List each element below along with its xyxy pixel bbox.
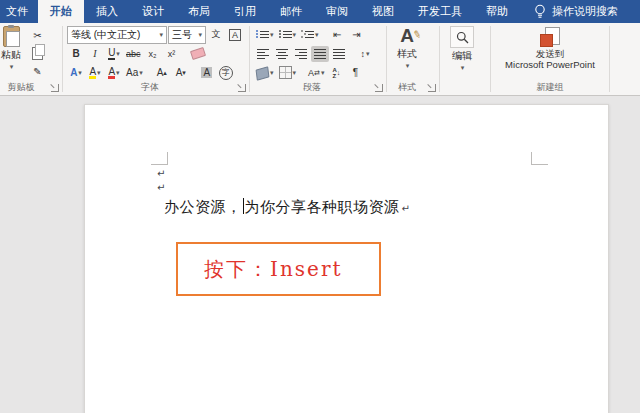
bullets-button[interactable]: ▾	[254, 27, 276, 43]
paragraph-mark: ↵	[157, 183, 165, 193]
search-icon	[456, 31, 469, 44]
numbering-button[interactable]: ▾	[277, 27, 299, 43]
font-size-combobox[interactable]: 三号 ▾	[168, 26, 206, 44]
shading-button[interactable]: ▾	[254, 65, 276, 81]
chevron-down-icon: ▾	[270, 31, 274, 38]
word-window: 文件 开始 插入 设计 布局 引用 邮件 审阅 视图 开发工具 帮助 操作说明搜…	[0, 0, 640, 413]
group-divider	[609, 26, 610, 92]
paragraph-mark: ↵	[157, 169, 165, 179]
align-right-button[interactable]	[292, 46, 310, 62]
superscript-button[interactable]: x²	[163, 46, 181, 62]
copy-icon	[32, 47, 43, 60]
increase-indent-icon: ⇥	[352, 29, 360, 40]
align-center-button[interactable]	[273, 46, 291, 62]
shrink-font-label: A	[176, 67, 183, 78]
new-group-label: 新建组	[491, 81, 609, 94]
tab-home[interactable]: 开始	[38, 0, 84, 23]
line-spacing-button[interactable]: ↕▾	[356, 46, 374, 62]
grow-font-button[interactable]: A▴	[153, 65, 171, 81]
font-group-label: 字体	[63, 81, 237, 94]
tell-me-search[interactable]: 操作说明搜索	[534, 0, 618, 23]
cut-button[interactable]: ✂	[28, 27, 47, 43]
format-painter-button[interactable]: ✎	[28, 63, 47, 79]
chevron-down-icon: ▾	[461, 64, 465, 71]
borders-button[interactable]: ▾	[277, 65, 299, 81]
text-after-cursor: 为你分享各种职场资源	[245, 198, 400, 215]
chevron-down-icon: ▾	[315, 31, 319, 38]
paste-clipboard-icon	[3, 26, 20, 47]
tab-view[interactable]: 视图	[360, 0, 406, 23]
chevron-down-icon: ▾	[293, 69, 297, 76]
tab-insert[interactable]: 插入	[84, 0, 130, 23]
change-case-button[interactable]: Aa▾	[124, 65, 145, 81]
tab-layout[interactable]: 布局	[176, 0, 222, 23]
ribbon-tab-bar: 文件 开始 插入 设计 布局 引用 邮件 审阅 视图 开发工具 帮助 操作说明搜…	[0, 0, 640, 23]
insert-callout-text: 按下：Insert	[204, 256, 342, 283]
document-page[interactable]: ↵ ↵ 办公资源，为你分享各种职场资源↵ 按下：Insert	[84, 104, 609, 413]
distribute-icon	[333, 49, 345, 59]
font-dialog-launcher-icon[interactable]	[238, 84, 246, 92]
font-name-value: 等线 (中文正文)	[71, 28, 140, 42]
insert-callout-box[interactable]: 按下：Insert	[176, 242, 381, 296]
enclose-characters-icon: 字	[219, 66, 233, 80]
decrease-indent-button[interactable]: ⇤	[329, 27, 347, 43]
tab-file[interactable]: 文件	[0, 0, 38, 23]
copy-button[interactable]	[28, 45, 47, 61]
clipboard-dialog-launcher-icon[interactable]	[51, 84, 59, 92]
ribbon: 粘贴 ▾ ✂ ✎ 剪贴板 等线 (中文正文) ▾ 三号	[0, 23, 640, 96]
chevron-down-icon: ▾	[10, 63, 14, 70]
editing-button-label: 编辑	[452, 49, 472, 63]
scissors-icon: ✂	[33, 30, 41, 41]
tab-design[interactable]: 设计	[130, 0, 176, 23]
show-hide-marks-button[interactable]: ¶	[346, 65, 364, 81]
enclose-characters-button[interactable]: 字	[217, 65, 235, 81]
tab-developer[interactable]: 开发工具	[406, 0, 474, 23]
tab-review[interactable]: 审阅	[314, 0, 360, 23]
send-to-powerpoint-button[interactable]: 发送到 Microsoft PowerPoint	[499, 26, 601, 70]
document-workspace: ↵ ↵ 办公资源，为你分享各种职场资源↵ 按下：Insert	[0, 96, 640, 413]
align-left-button[interactable]	[254, 46, 272, 62]
clipboard-group: 粘贴 ▾ ✂ ✎ 剪贴板	[0, 23, 62, 95]
strikethrough-button[interactable]: abc	[124, 46, 143, 62]
paragraph-dialog-launcher-icon[interactable]	[375, 84, 383, 92]
tab-references[interactable]: 引用	[222, 0, 268, 23]
clear-formatting-button[interactable]	[189, 46, 207, 62]
font-color-button[interactable]: A▾	[105, 65, 123, 81]
chevron-down-icon: ▾	[198, 31, 202, 38]
asian-layout-button[interactable]: A⇄▾	[306, 65, 326, 81]
chevron-down-icon: ▾	[406, 62, 410, 69]
character-shading-button[interactable]: A	[198, 65, 216, 81]
distribute-button[interactable]	[330, 46, 348, 62]
editing-button[interactable]: 编辑 ▾	[444, 26, 480, 71]
styles-icon: A✎	[400, 26, 414, 46]
highlight-color-button[interactable]: A▾	[86, 65, 104, 81]
eraser-icon	[189, 47, 205, 60]
styles-button[interactable]: A✎ 样式 ▾	[391, 26, 423, 69]
text-effects-button[interactable]: A▾	[67, 65, 85, 81]
down-arrow-icon: ▾	[182, 69, 186, 76]
underline-button[interactable]: U▾	[105, 46, 123, 62]
paint-bucket-icon	[256, 66, 270, 80]
sort-button[interactable]: AZ↓	[327, 65, 345, 81]
phonetic-guide-button[interactable]: 文	[207, 27, 225, 43]
margin-corner-mark-top-left	[151, 152, 168, 165]
styles-dialog-launcher-icon[interactable]	[428, 84, 436, 92]
tab-mailings[interactable]: 邮件	[268, 0, 314, 23]
bold-button[interactable]: B	[67, 46, 85, 62]
font-name-combobox[interactable]: 等线 (中文正文) ▾	[67, 26, 167, 44]
multilevel-list-button[interactable]: ▾	[299, 27, 321, 43]
document-text-line[interactable]: 办公资源，为你分享各种职场资源↵	[164, 198, 410, 217]
italic-button[interactable]: I	[86, 46, 104, 62]
new-group: 发送到 Microsoft PowerPoint 新建组	[491, 23, 609, 95]
subscript-button[interactable]: x₂	[144, 46, 162, 62]
tab-help[interactable]: 帮助	[474, 0, 520, 23]
justify-button[interactable]	[311, 46, 329, 62]
shrink-font-button[interactable]: A▾	[172, 65, 190, 81]
character-border-button[interactable]: A	[226, 27, 244, 43]
text-before-cursor: 办公资源，	[164, 198, 242, 215]
paste-button[interactable]: 粘贴 ▾	[0, 26, 26, 70]
increase-indent-button[interactable]: ⇥	[348, 27, 366, 43]
send-to-powerpoint-icon	[538, 27, 562, 47]
decrease-indent-icon: ⇤	[333, 29, 341, 40]
chevron-down-icon: ▾	[293, 31, 297, 38]
